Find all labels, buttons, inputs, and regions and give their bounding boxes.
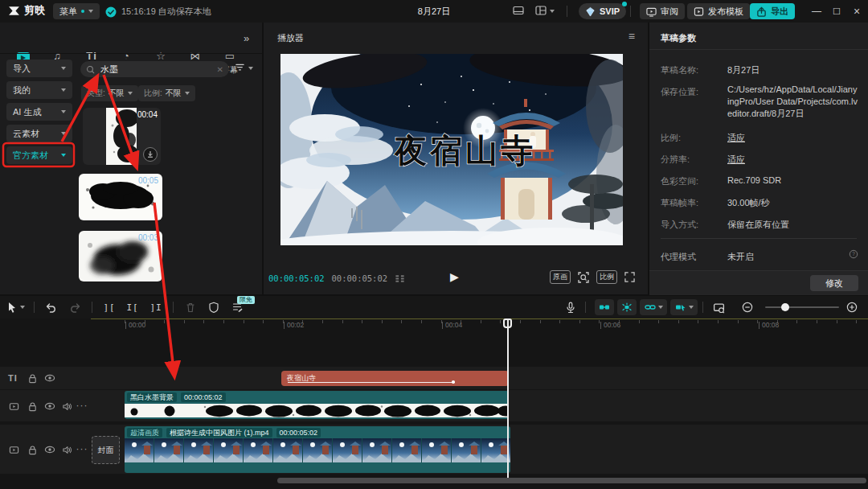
search-box: ✕ <box>80 61 229 77</box>
player-menu-icon[interactable]: ≡ <box>628 30 635 43</box>
chevron-down-icon <box>88 10 93 13</box>
draft-name-value: 8月27日 <box>727 64 858 76</box>
sidebar-item-ai-generate[interactable]: AI 生成 <box>6 103 72 121</box>
autosave-text: 15:16:19 自动保存本地 <box>121 6 211 18</box>
chevron-down-icon <box>658 306 663 309</box>
window-title: 8月27日 <box>354 6 514 18</box>
type-filter-dropdown[interactable]: 类型: 不限 <box>81 85 138 101</box>
split-button[interactable]: ][ <box>101 299 117 315</box>
main-video-clip[interactable]: 超清画质 根据诗生成中国风图片 (1).mp4 00:00:05:02 <box>125 426 510 473</box>
linkage-toggle[interactable] <box>640 299 667 315</box>
lock-track-button[interactable] <box>27 401 38 412</box>
ink-vertical-thumbnail <box>106 108 137 165</box>
divider <box>585 302 586 313</box>
zoom-out-button[interactable] <box>739 299 755 315</box>
media-duration: 00:05 <box>138 176 158 185</box>
track-more-button[interactable]: ··· <box>76 400 88 411</box>
timeline-zoom-slider[interactable] <box>765 306 839 308</box>
total-duration: 00:00:05:02 <box>332 273 388 283</box>
split-keep-right-button[interactable]: ]I <box>148 299 164 315</box>
playhead-line[interactable] <box>507 318 509 483</box>
player-panel-title: 播放器 <box>277 32 304 44</box>
search-input[interactable] <box>99 64 213 75</box>
text-clip[interactable]: 夜宿山寺 <box>281 371 509 386</box>
ink-overlay-clip[interactable]: 黑白水墨背景 00:00:05:02 <box>125 391 509 419</box>
sidebar-item-official[interactable]: 官方素材 <box>6 146 72 164</box>
publish-template-button[interactable]: 发布模板 <box>687 3 750 19</box>
ratio-value-link[interactable]: 适应 <box>727 132 858 144</box>
preview-zoom-icon[interactable] <box>578 272 589 283</box>
player-panel: 播放器 ≡ <box>264 23 648 294</box>
smart-edit-button[interactable]: 限免 <box>229 299 245 315</box>
proxy-help-icon[interactable] <box>849 249 858 259</box>
undo-button[interactable] <box>43 299 59 315</box>
layout-mode-button[interactable] <box>535 2 555 16</box>
more-tabs-chevron[interactable]: » <box>244 32 249 44</box>
ratio-filter-dropdown[interactable]: 比例: 不限 <box>138 85 195 101</box>
chevron-down-icon <box>61 154 66 157</box>
zoom-slider-handle[interactable] <box>781 303 789 311</box>
split-keep-left-button[interactable]: I[ <box>125 299 141 315</box>
record-voice-button[interactable] <box>563 299 579 315</box>
draft-params-panel: 草稿参数 草稿名称: 8月27日 保存位置: C:/Users/hz/AppDa… <box>649 23 868 294</box>
resolution-value-link[interactable]: 适应 <box>727 154 858 166</box>
timeline-settings-button[interactable] <box>710 299 727 315</box>
minimize-button[interactable]: — <box>808 2 825 20</box>
ratio-label: 比例: <box>661 132 681 144</box>
select-tool-button[interactable] <box>6 302 25 313</box>
original-quality-button[interactable]: 原画 <box>550 270 571 284</box>
sidebar-item-import[interactable]: 导入 <box>6 60 72 77</box>
review-button[interactable]: 审阅 <box>640 3 685 19</box>
cover-button[interactable]: 封面 <box>92 436 120 464</box>
clear-search-icon[interactable]: ✕ <box>217 65 223 74</box>
eye-icon <box>44 372 55 384</box>
divider <box>34 302 35 313</box>
modify-button[interactable]: 修改 <box>810 275 858 291</box>
menu-button[interactable]: 菜单 <box>53 3 100 19</box>
ratio-button[interactable]: 比例 <box>596 270 617 284</box>
auto-link-toggle[interactable] <box>595 299 614 315</box>
filter-button[interactable] <box>235 63 253 73</box>
svip-button[interactable]: SVIP <box>579 3 626 19</box>
divider <box>649 49 868 50</box>
play-button[interactable]: ▶ <box>450 270 459 283</box>
delete-button[interactable] <box>182 299 199 315</box>
main-track-type-icon <box>8 444 19 455</box>
zoom-in-button[interactable] <box>844 299 860 315</box>
sidebar-item-mine[interactable]: 我的 <box>6 81 72 99</box>
media-result-1[interactable]: 00:04 <box>83 108 161 165</box>
export-button[interactable]: 导出 <box>750 3 795 19</box>
media-result-2[interactable]: 00:05 <box>79 174 162 220</box>
sidebar-item-cloud[interactable]: 云素材 <box>6 125 72 142</box>
redo-button[interactable] <box>67 299 83 315</box>
frame-view-icon[interactable] <box>395 273 405 284</box>
maximize-button[interactable]: ☐ <box>828 2 845 20</box>
timeline-scrollbar[interactable] <box>277 478 866 483</box>
download-button[interactable] <box>143 147 158 162</box>
fullscreen-icon[interactable] <box>624 272 635 282</box>
hide-track-button[interactable] <box>44 444 55 455</box>
mute-track-button[interactable] <box>61 401 72 412</box>
export-label: 导出 <box>771 6 788 18</box>
divider <box>661 238 857 239</box>
free-badge: 限免 <box>237 296 255 304</box>
mute-track-button[interactable] <box>61 444 72 455</box>
hide-track-button[interactable] <box>44 372 55 384</box>
timeline-ruler[interactable]: 00:00 00:02 00:04 00:06 00:08 <box>125 319 868 331</box>
menu-button-label: 菜单 <box>59 6 77 18</box>
lock-icon <box>27 401 38 412</box>
text-animation-handle[interactable] <box>452 380 455 384</box>
media-result-3[interactable]: 00:03 <box>79 231 162 281</box>
lock-track-button[interactable] <box>27 372 38 384</box>
close-button[interactable]: × <box>848 2 866 20</box>
timeline-toolbar: ][ I[ ]I 限免 <box>0 296 868 318</box>
mute-guard-button[interactable] <box>206 299 222 315</box>
lock-track-button[interactable] <box>27 444 38 455</box>
import-mode-value: 保留在原有位置 <box>727 219 858 231</box>
preview-axis-toggle[interactable] <box>670 299 698 315</box>
compact-mode-button[interactable] <box>510 2 526 18</box>
chevron-down-icon <box>689 306 694 309</box>
hide-track-button[interactable] <box>44 401 55 412</box>
magnetic-snap-toggle[interactable] <box>617 299 637 315</box>
track-more-button[interactable]: ··· <box>76 443 88 454</box>
